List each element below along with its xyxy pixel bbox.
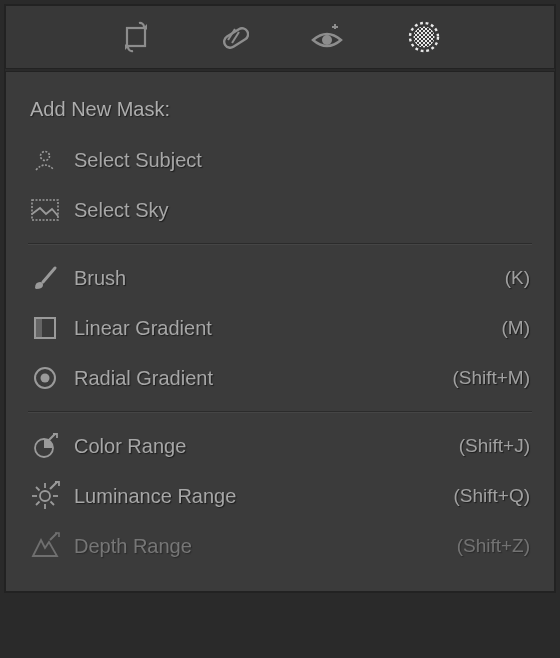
mask-item-shortcut: (Shift+Z): [457, 535, 530, 557]
svg-line-26: [36, 487, 40, 491]
svg-point-8: [322, 35, 332, 45]
mask-select-sky[interactable]: Select Sky: [24, 185, 536, 235]
masking-icon: [407, 20, 441, 54]
depth-range-icon: [30, 531, 60, 561]
mask-item-label: Luminance Range: [74, 485, 439, 508]
masking-panel: Add New Mask: Select Subject Select Sky: [5, 71, 555, 592]
mask-item-label: Radial Gradient: [74, 367, 438, 390]
svg-rect-17: [35, 318, 42, 338]
red-eye-icon: [310, 20, 346, 54]
mask-color-range[interactable]: Color Range (Shift+J): [24, 421, 536, 471]
color-range-icon: [30, 431, 60, 461]
luminance-range-icon: [30, 481, 60, 511]
svg-line-28: [36, 502, 40, 506]
spot-removal-icon: [215, 20, 249, 54]
svg-point-13: [414, 27, 435, 48]
mask-radial-gradient[interactable]: Radial Gradient (Shift+M): [24, 353, 536, 403]
masking-tool[interactable]: [405, 18, 443, 56]
mask-item-label: Brush: [74, 267, 491, 290]
separator: [28, 411, 532, 413]
mask-item-shortcut: (Shift+M): [452, 367, 530, 389]
masking-outer-frame: Add New Mask: Select Subject Select Sky: [4, 4, 556, 593]
mask-item-shortcut: (K): [505, 267, 530, 289]
crop-tool[interactable]: [117, 18, 155, 56]
mask-item-shortcut: (Shift+Q): [453, 485, 530, 507]
mask-select-subject[interactable]: Select Subject: [24, 135, 536, 185]
mask-luminance-range[interactable]: Luminance Range (Shift+Q): [24, 471, 536, 521]
svg-point-19: [41, 374, 50, 383]
tool-strip: [5, 5, 555, 69]
linear-gradient-icon: [30, 313, 60, 343]
select-subject-icon: [30, 145, 60, 175]
mask-linear-gradient[interactable]: Linear Gradient (M): [24, 303, 536, 353]
mask-brush[interactable]: Brush (K): [24, 253, 536, 303]
panel-heading: Add New Mask:: [30, 98, 536, 121]
red-eye-tool[interactable]: [309, 18, 347, 56]
spot-removal-tool[interactable]: [213, 18, 251, 56]
mask-item-label: Linear Gradient: [74, 317, 488, 340]
brush-icon: [30, 263, 60, 293]
mask-item-label: Select Sky: [74, 199, 516, 222]
separator: [28, 243, 532, 245]
mask-item-shortcut: (M): [502, 317, 530, 339]
mask-item-shortcut: (Shift+J): [459, 435, 530, 457]
crop-icon: [119, 20, 153, 54]
mask-item-label: Select Subject: [74, 149, 516, 172]
svg-point-21: [40, 491, 50, 501]
radial-gradient-icon: [30, 363, 60, 393]
mask-item-label: Depth Range: [74, 535, 443, 558]
mask-item-label: Color Range: [74, 435, 445, 458]
select-sky-icon: [30, 195, 60, 225]
svg-rect-0: [127, 28, 145, 46]
mask-depth-range: Depth Range (Shift+Z): [24, 521, 536, 571]
svg-line-27: [51, 502, 55, 506]
svg-point-14: [41, 152, 50, 161]
